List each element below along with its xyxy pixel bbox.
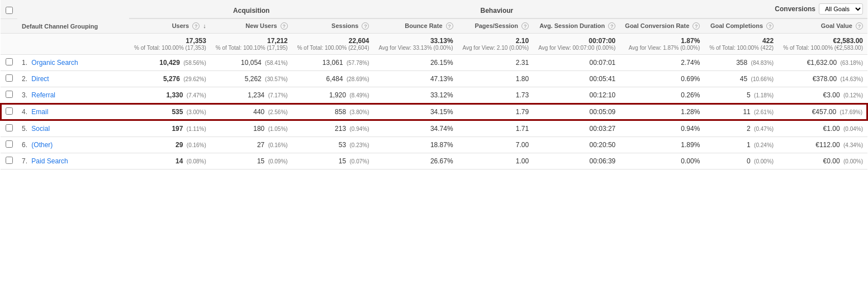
channel-link[interactable]: Paid Search: [31, 157, 68, 165]
table-row: 7. Paid Search 14 (0.08%) 15 (0.09%) 15 …: [1, 153, 867, 170]
goal-conv-rate-cell: 0.69%: [620, 71, 704, 87]
goal-value-help-icon[interactable]: ?: [856, 22, 863, 30]
pages-session-value: 7.00: [516, 141, 529, 149]
channel-cell: 4. Email: [17, 103, 129, 120]
row-checkbox[interactable]: [6, 58, 13, 65]
users-pct: (29.62%): [183, 76, 206, 82]
row-checkbox[interactable]: [6, 91, 13, 98]
totals-row: 17,353 % of Total: 100.00% (17,353) 17,2…: [1, 34, 867, 55]
bounce-rate-help-icon[interactable]: ?: [446, 22, 453, 30]
row-checkbox-cell[interactable]: [1, 87, 17, 104]
row-number: 4.: [22, 108, 27, 116]
users-value: 14: [176, 157, 183, 165]
channel-cell: 1. Organic Search: [17, 55, 129, 71]
users-value: 29: [176, 141, 183, 149]
goal-completions-cell: 1 (0.24%): [704, 137, 778, 153]
users-pct: (58.56%): [183, 60, 206, 66]
pages-session-cell: 1.71: [458, 120, 534, 137]
avg-session-cell: 00:05:09: [533, 103, 620, 120]
row-checkbox-cell[interactable]: [1, 55, 17, 71]
goal-completions-pct: (84.83%): [751, 60, 774, 66]
goal-completions-pct: (0.00%): [754, 158, 774, 164]
goal-completions-cell: 5 (1.18%): [704, 87, 778, 104]
avg-session-cell: 00:05:41: [533, 71, 620, 87]
avg-session-value: 00:20:50: [590, 141, 616, 149]
goal-conv-rate-help-icon[interactable]: ?: [692, 22, 700, 30]
sessions-value: 1,920: [329, 91, 346, 99]
row-checkbox[interactable]: [6, 140, 13, 148]
row-checkbox-cell[interactable]: [1, 153, 17, 170]
users-sort-arrow[interactable]: ↓: [203, 22, 206, 29]
checkbox-spacer: [1, 18, 17, 34]
row-checkbox-cell[interactable]: [1, 103, 17, 120]
table-row: 2. Direct 5,276 (29.62%) 5,262 (30.57%) …: [1, 71, 867, 87]
pages-session-cell: 1.79: [458, 103, 534, 120]
new-users-value: 180: [253, 125, 264, 133]
sessions-pct: (0.94%): [349, 126, 369, 132]
users-help-icon[interactable]: ?: [192, 22, 200, 30]
channel-cell: 7. Paid Search: [17, 153, 129, 170]
bounce-rate-cell: 47.13%: [373, 71, 457, 87]
sessions-pct: (8.49%): [349, 92, 369, 98]
channel-link[interactable]: Organic Search: [31, 59, 78, 67]
avg-session-help-icon[interactable]: ?: [608, 22, 615, 30]
new-users-pct: (2.56%): [268, 109, 288, 115]
sessions-cell: 13,061 (57.78%): [292, 55, 374, 71]
channel-link[interactable]: Social: [31, 125, 50, 133]
sessions-help-icon[interactable]: ?: [362, 22, 369, 30]
goal-value-col-header: Goal Value ?: [778, 18, 867, 34]
goal-value-cell: €3.00 (0.12%): [778, 87, 867, 104]
goal-value-pct: (0.00%): [843, 158, 863, 164]
bounce-rate-value: 18.87%: [430, 141, 453, 149]
select-all-checkbox[interactable]: [6, 7, 13, 14]
users-value: 197: [172, 125, 183, 133]
avg-session-cell: 00:20:50: [533, 137, 620, 153]
goal-completions-cell: 11 (2.61%): [704, 103, 778, 120]
row-checkbox[interactable]: [6, 74, 13, 82]
channel-link[interactable]: Email: [31, 108, 48, 116]
select-all-header[interactable]: [1, 0, 17, 18]
sessions-cell: 1,920 (8.49%): [292, 87, 374, 104]
bounce-rate-value: 33.12%: [430, 91, 453, 99]
row-checkbox[interactable]: [6, 124, 13, 131]
new-users-value: 440: [253, 108, 264, 116]
pages-session-help-icon[interactable]: ?: [521, 22, 529, 30]
goal-completions-value: 0: [747, 157, 751, 165]
row-number: 2.: [22, 75, 27, 83]
sessions-pct: (0.07%): [349, 158, 369, 164]
row-checkbox-cell[interactable]: [1, 71, 17, 87]
goal-completions-pct: (0.47%): [754, 126, 774, 132]
users-col-header: Users ? ↓: [129, 18, 211, 34]
channel-link[interactable]: (Other): [31, 141, 53, 149]
row-checkbox[interactable]: [6, 157, 13, 164]
goal-completions-value: 45: [740, 75, 747, 83]
goal-conv-rate-cell: 0.00%: [620, 153, 704, 170]
bounce-rate-value: 47.13%: [430, 75, 453, 83]
row-checkbox[interactable]: [6, 107, 13, 115]
channel-cell: 6. (Other): [17, 137, 129, 153]
row-checkbox-cell[interactable]: [1, 120, 17, 137]
row-checkbox-cell[interactable]: [1, 137, 17, 153]
goal-conv-rate-value: 0.69%: [681, 75, 700, 83]
bounce-rate-value: 26.67%: [430, 157, 453, 165]
goal-value-value: €457.00: [812, 108, 836, 116]
bounce-rate-cell: 26.15%: [373, 55, 457, 71]
goal-conv-rate-value: 1.28%: [681, 108, 700, 116]
goal-completions-help-icon[interactable]: ?: [766, 22, 774, 30]
channel-link[interactable]: Direct: [31, 75, 49, 83]
pages-session-value: 1.80: [516, 75, 529, 83]
pages-session-value: 1.73: [516, 91, 529, 99]
users-cell: 14 (0.08%): [129, 153, 211, 170]
channel-cell: 2. Direct: [17, 71, 129, 87]
goals-dropdown[interactable]: All Goals: [819, 3, 863, 15]
analytics-table-container: Default Channel Grouping Acquisition Beh…: [0, 0, 868, 170]
avg-session-cell: 00:06:39: [533, 153, 620, 170]
bounce-rate-cell: 34.15%: [373, 103, 457, 120]
goal-value-pct: (63.18%): [840, 60, 863, 66]
sessions-col-header: Sessions ?: [292, 18, 374, 34]
new-users-help-icon[interactable]: ?: [281, 22, 288, 30]
sessions-pct: (28.69%): [347, 76, 369, 82]
table-row: 3. Referral 1,330 (7.47%) 1,234 (7.17%) …: [1, 87, 867, 104]
row-number: 7.: [22, 157, 27, 165]
channel-link[interactable]: Referral: [31, 91, 55, 99]
